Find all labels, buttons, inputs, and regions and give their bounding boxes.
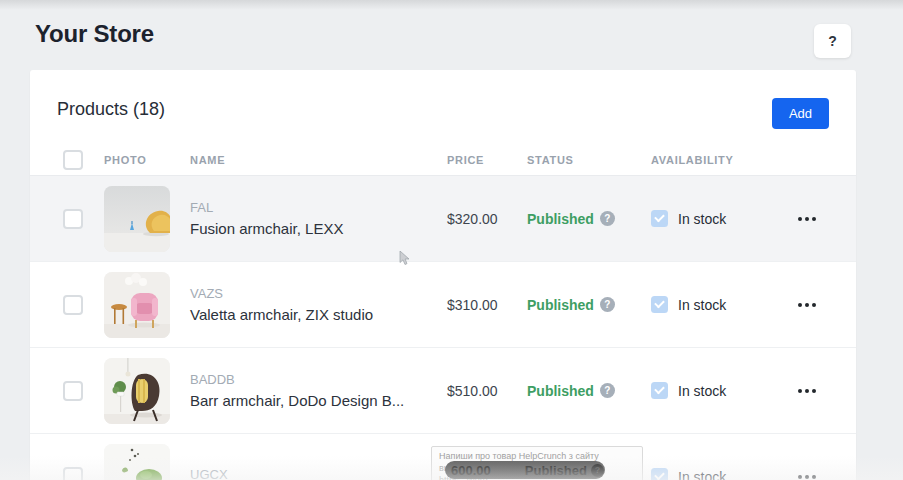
product-photo <box>104 272 170 338</box>
status-help-icon[interactable]: ? <box>600 211 615 226</box>
product-photo <box>104 358 170 424</box>
armchair-yellow-image <box>104 186 170 252</box>
availability-cell: In stock <box>651 468 784 480</box>
product-name-cell[interactable]: VAZS Valetta armchair, ZIX studio <box>190 286 447 323</box>
availability-cell: In stock <box>651 382 784 399</box>
card-header: Products (18) Add <box>30 70 856 145</box>
page-title: Your Store <box>35 20 154 48</box>
product-name: Valetta armchair, ZIX studio <box>190 306 447 323</box>
availability-label: In stock <box>678 211 726 227</box>
product-name: Barr armchair, DoDo Design B... <box>190 392 447 409</box>
availability-label: In stock <box>678 383 726 399</box>
product-sku: FAL <box>190 200 447 215</box>
row-menu-button[interactable] <box>784 211 829 227</box>
product-photo <box>104 444 170 480</box>
in-stock-checkbox[interactable] <box>651 382 668 399</box>
product-price: $310.00 <box>447 297 527 313</box>
row-menu-button[interactable] <box>784 469 829 480</box>
column-header-price: PRICE <box>447 154 527 166</box>
row-select-checkbox[interactable] <box>63 467 83 480</box>
column-header-status: STATUS <box>527 154 651 166</box>
top-edge-shade <box>0 0 903 10</box>
availability-cell: In stock <box>651 210 784 227</box>
availability-label: In stock <box>678 297 726 313</box>
question-mark-icon: ? <box>828 33 837 49</box>
add-product-button[interactable]: Add <box>772 98 829 129</box>
in-stock-checkbox[interactable] <box>651 296 668 313</box>
products-card: Products (18) Add PHOTO NAME PRICE STATU… <box>30 70 856 480</box>
product-name-cell[interactable]: BADDB Barr armchair, DoDo Design B... <box>190 372 447 409</box>
table-row: VAZS Valetta armchair, ZIX studio $310.0… <box>30 262 856 348</box>
product-name-cell[interactable]: FAL Fusion armchair, LEXX <box>190 200 447 237</box>
armchair-green-image <box>104 444 170 480</box>
row-menu-button[interactable] <box>784 383 829 399</box>
products-heading: Products (18) <box>57 99 165 120</box>
row-select-checkbox[interactable] <box>63 381 83 401</box>
availability-cell: In stock <box>651 296 784 313</box>
row-select-checkbox[interactable] <box>63 209 83 229</box>
product-price: $320.00 <box>447 211 527 227</box>
table-row: UGCX In stock <box>30 434 856 480</box>
status-cell: Published ? <box>527 383 651 399</box>
table-header-row: PHOTO NAME PRICE STATUS AVAILABILITY <box>30 145 856 176</box>
product-price: $510.00 <box>447 383 527 399</box>
help-button[interactable]: ? <box>814 24 851 58</box>
status-label: Published <box>527 297 594 313</box>
status-cell: Published ? <box>527 211 651 227</box>
in-stock-checkbox[interactable] <box>651 210 668 227</box>
in-stock-checkbox[interactable] <box>651 468 668 480</box>
status-label: Published <box>527 383 594 399</box>
product-sku: VAZS <box>190 286 447 301</box>
product-photo <box>104 186 170 252</box>
product-name: Fusion armchair, LEXX <box>190 220 447 237</box>
row-select-checkbox[interactable] <box>63 295 83 315</box>
product-sku: UGCX <box>190 467 447 480</box>
row-menu-button[interactable] <box>784 297 829 313</box>
column-header-photo: PHOTO <box>104 154 190 166</box>
column-header-availability: AVAILABILITY <box>651 154 784 166</box>
select-all-checkbox[interactable] <box>63 150 83 170</box>
status-cell: Published ? <box>527 297 651 313</box>
status-help-icon[interactable]: ? <box>600 297 615 312</box>
column-header-name: NAME <box>190 154 447 166</box>
product-name-cell[interactable]: UGCX <box>190 467 447 480</box>
status-label: Published <box>527 211 594 227</box>
table-row: FAL Fusion armchair, LEXX $320.00 Publis… <box>30 176 856 262</box>
table-row: BADDB Barr armchair, DoDo Design B... $5… <box>30 348 856 434</box>
armchair-pink-image <box>104 272 170 338</box>
armchair-brown-image <box>104 358 170 424</box>
status-help-icon[interactable]: ? <box>600 383 615 398</box>
product-sku: BADDB <box>190 372 447 387</box>
availability-label: In stock <box>678 469 726 480</box>
